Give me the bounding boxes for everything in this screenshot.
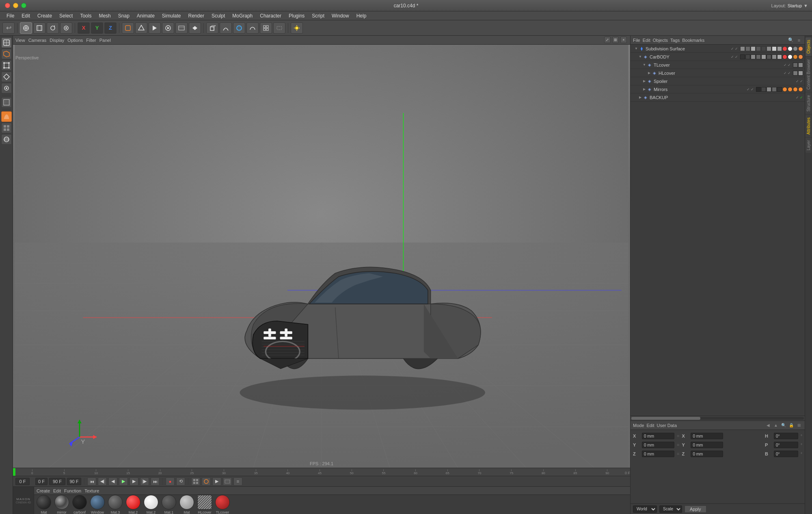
material-mirror[interactable]: mirror bbox=[54, 495, 69, 514]
viewport[interactable]: View Cameras Display Options Filter Pane… bbox=[13, 36, 630, 468]
prop-menu-mode[interactable]: Mode bbox=[633, 423, 644, 428]
prop-z-pos[interactable] bbox=[642, 451, 674, 457]
viewport-menu-display[interactable]: Display bbox=[50, 38, 64, 43]
prop-p-val[interactable] bbox=[774, 442, 798, 448]
prop-z-val[interactable] bbox=[691, 451, 723, 457]
keyframe-button[interactable] bbox=[189, 22, 201, 34]
smooth-button[interactable] bbox=[220, 22, 232, 34]
object-list[interactable]: ▼ ⧫ Subdivision Surface ✓ ✓ bbox=[631, 45, 805, 416]
material-carbon[interactable]: carbonf bbox=[72, 495, 87, 514]
tab-objects[interactable]: Objects bbox=[806, 37, 812, 56]
viewport-expand-icon[interactable]: ⤢ bbox=[604, 37, 611, 43]
search-icon[interactable]: 🔍 bbox=[788, 37, 794, 43]
anim-play-button[interactable] bbox=[162, 22, 174, 34]
viewport-menu-options[interactable]: Options bbox=[67, 38, 83, 43]
sidebar-tool-grid[interactable] bbox=[1, 123, 12, 133]
axis-y-button[interactable]: Y bbox=[91, 22, 103, 34]
light-button[interactable] bbox=[291, 22, 303, 34]
obj-expand-subdivision[interactable]: ▼ bbox=[634, 46, 639, 51]
move-tool-button[interactable] bbox=[20, 22, 32, 34]
tab-attributes[interactable]: Attributes bbox=[806, 115, 812, 137]
pb-next-key[interactable]: |▶ bbox=[140, 477, 149, 486]
pb-prev-key[interactable]: ◀| bbox=[98, 477, 107, 486]
menu-script[interactable]: Script bbox=[309, 12, 328, 20]
nurbs-button[interactable] bbox=[233, 22, 245, 34]
viewport-close-icon[interactable]: × bbox=[620, 37, 627, 43]
undo-button[interactable]: ↩ bbox=[2, 22, 15, 34]
prop-up-icon[interactable]: ▲ bbox=[773, 422, 779, 429]
scrollbar-thumb[interactable] bbox=[631, 417, 700, 420]
axis-x-button[interactable]: X bbox=[78, 22, 90, 34]
menu-plugins[interactable]: Plugins bbox=[285, 12, 308, 20]
mat-menu-create[interactable]: Create bbox=[37, 488, 50, 493]
timeline-ruler[interactable]: 0 5 10 15 20 bbox=[13, 468, 630, 476]
prop-lock-icon[interactable]: 🔒 bbox=[788, 422, 795, 429]
pb-prev-frame[interactable]: ◀ bbox=[108, 477, 117, 486]
menu-tools[interactable]: Tools bbox=[77, 12, 95, 20]
prop-h-val[interactable] bbox=[774, 433, 798, 439]
sidebar-tool-edge[interactable] bbox=[1, 72, 12, 82]
material-mat3[interactable]: Mat.3 bbox=[108, 495, 123, 514]
sidebar-tool-view[interactable] bbox=[1, 37, 12, 48]
subdivision-button[interactable] bbox=[260, 22, 272, 34]
material-mat-lg[interactable]: Mat bbox=[179, 495, 194, 514]
prop-y-pos[interactable] bbox=[642, 442, 674, 448]
spline-button[interactable] bbox=[246, 22, 259, 34]
om-menu-tags[interactable]: Tags bbox=[670, 38, 680, 43]
menu-create[interactable]: Create bbox=[34, 12, 55, 20]
menu-file[interactable]: File bbox=[3, 12, 17, 20]
sidebar-tool-sphere[interactable] bbox=[1, 134, 12, 145]
pb-record-button[interactable]: ● bbox=[166, 477, 175, 486]
obj-expand-backup[interactable]: ▶ bbox=[638, 95, 643, 100]
menu-render[interactable]: Render bbox=[185, 12, 207, 20]
material-hlcover[interactable]: HLcover bbox=[197, 495, 212, 514]
object-row-mirrors[interactable]: ▶ ◈ Mirrors ✓ ✓ bbox=[631, 85, 805, 93]
material-tlcover[interactable]: TLcover bbox=[215, 495, 230, 514]
pb-icon-5[interactable]: = bbox=[233, 477, 242, 486]
menu-mesh[interactable]: Mesh bbox=[95, 12, 114, 20]
pb-play-forward[interactable]: ▶ bbox=[119, 477, 128, 486]
obj-expand-tlcover[interactable]: ▼ bbox=[642, 63, 647, 67]
prop-more-icon[interactable]: ⊞ bbox=[796, 422, 802, 429]
sidebar-tool-object[interactable] bbox=[1, 49, 12, 59]
mat-menu-texture[interactable]: Texture bbox=[84, 488, 99, 493]
maximize-button[interactable] bbox=[21, 3, 26, 8]
prop-y-val[interactable] bbox=[691, 442, 723, 448]
menu-animate[interactable]: Animate bbox=[134, 12, 158, 20]
sidebar-tool-polygon[interactable] bbox=[1, 60, 12, 71]
frame-end-field[interactable] bbox=[67, 478, 81, 485]
mat-menu-function[interactable]: Function bbox=[64, 488, 81, 493]
pb-next-frame[interactable]: ▶ bbox=[130, 477, 138, 486]
minimize-button[interactable] bbox=[13, 3, 18, 8]
filter-icon[interactable]: ≡ bbox=[796, 37, 802, 43]
object-row-hlcover[interactable]: ▶ ◈ HLcover ✓ ✓ bbox=[631, 69, 805, 77]
obj-expand-hlcover[interactable]: ▶ bbox=[647, 71, 652, 76]
material-window[interactable]: Window bbox=[90, 495, 105, 514]
obj-expand-spoiler[interactable]: ▶ bbox=[642, 79, 647, 84]
cube-button[interactable] bbox=[206, 22, 218, 34]
axis-z-button[interactable]: Z bbox=[104, 22, 117, 34]
render-region-button[interactable] bbox=[135, 22, 147, 34]
viewport-layout-icon[interactable]: ⊞ bbox=[612, 37, 619, 43]
menu-window[interactable]: Window bbox=[328, 12, 352, 20]
obj-expand-mirrors[interactable]: ▶ bbox=[642, 87, 647, 92]
prop-menu-userdata[interactable]: User Data bbox=[657, 423, 677, 428]
scale-dropdown[interactable]: Scale bbox=[659, 505, 682, 513]
object-row-tlcover[interactable]: ▼ ◈ TLcover ✓ ✓ bbox=[631, 61, 805, 69]
menu-sculpt[interactable]: Sculpt bbox=[208, 12, 228, 20]
menu-help[interactable]: Help bbox=[353, 12, 370, 20]
pb-loop-button[interactable]: ⟲ bbox=[176, 477, 185, 486]
object-row-spoiler[interactable]: ▶ ◈ Spoiler ✓ ✓ bbox=[631, 77, 805, 85]
mat-menu-edit[interactable]: Edit bbox=[53, 488, 61, 493]
menu-select[interactable]: Select bbox=[56, 12, 76, 20]
close-button[interactable] bbox=[5, 3, 10, 8]
om-menu-bookmarks[interactable]: Bookmarks bbox=[682, 38, 704, 43]
apply-button[interactable]: Apply bbox=[685, 505, 706, 513]
object-list-scrollbar[interactable] bbox=[631, 416, 805, 421]
viewport-menu-panel[interactable]: Panel bbox=[99, 38, 111, 43]
menu-edit[interactable]: Edit bbox=[18, 12, 33, 20]
frame-speed-field[interactable] bbox=[49, 478, 65, 485]
prop-b-val[interactable] bbox=[774, 451, 798, 457]
scale-tool-button[interactable] bbox=[60, 22, 72, 34]
pb-first-frame[interactable]: ⏮ bbox=[87, 477, 96, 486]
